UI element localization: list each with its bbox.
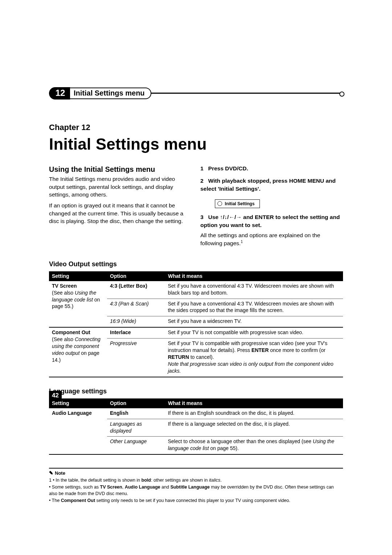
initial-settings-chip-label: Initial Settings xyxy=(225,201,254,206)
page-lang: En xyxy=(49,401,62,407)
meaning-43-panscan: Set if you have a conventional 4:3 TV. W… xyxy=(165,299,343,316)
step-1-num: 1 xyxy=(200,165,204,171)
chapter-prefix: Chapter 12 xyxy=(49,122,343,133)
step-2-text: With playback stopped, press HOME MENU a… xyxy=(200,178,336,192)
step-3: 3 Use ↑/↓/←/→ and ENTER to select the se… xyxy=(200,213,343,229)
meaning-169-wide: Set if you have a widescreen TV. xyxy=(165,316,343,327)
step-3-lead: Use xyxy=(208,214,220,220)
option-progressive: Progressive xyxy=(107,339,165,377)
col-option: Option xyxy=(107,271,165,281)
ring-icon xyxy=(217,201,222,206)
option-interlace: Interlace xyxy=(107,327,165,338)
col-setting: Setting xyxy=(49,271,107,281)
video-output-heading: Video Output settings xyxy=(49,260,343,268)
chapter-header: 12 Initial Settings menu xyxy=(49,87,343,100)
option-other-language: Other Language xyxy=(107,437,165,454)
setting-component-out: Component Out (See also Connecting using… xyxy=(49,327,107,377)
language-settings-table: Setting Option What it means Audio Langu… xyxy=(49,398,343,455)
initial-settings-chip: Initial Settings xyxy=(215,199,260,208)
page-title: Initial Settings menu xyxy=(49,133,343,155)
setting-audio-language: Audio Language xyxy=(49,408,107,454)
section-heading-using: Using the Initial Settings menu xyxy=(49,165,192,174)
note-line-1: 1 • In the table, the default setting is… xyxy=(49,477,343,484)
meaning-languages-as-displayed: If there is a language selected on the d… xyxy=(165,419,343,437)
meaning-interlace: Set if your TV is not compatible with pr… xyxy=(165,327,343,338)
option-languages-as-displayed: Languages as displayed xyxy=(107,419,165,437)
pencil-icon xyxy=(48,470,54,476)
arrow-keys-icon: ↑/↓/←/→ xyxy=(220,214,241,220)
lang-col-meaning: What it means xyxy=(165,398,343,408)
step-2-num: 2 xyxy=(200,178,204,184)
step-1: 1 Press DVD/CD. xyxy=(200,165,343,173)
chapter-label: Initial Settings menu xyxy=(74,88,145,98)
page-number-block: 42 En xyxy=(49,391,62,407)
video-output-table: Setting Option What it means TV Screen (… xyxy=(49,271,343,377)
step-1-text: Press DVD/CD. xyxy=(208,165,248,171)
meaning-other-language: Select to choose a language other than t… xyxy=(165,437,343,454)
intro-columns: Using the Initial Settings menu The Init… xyxy=(49,165,343,250)
meaning-english: If there is an English soundtrack on the… xyxy=(165,408,343,419)
step-3-sup: 1 xyxy=(241,240,243,244)
col-meaning: What it means xyxy=(165,271,343,281)
intro-right: 1 Press DVD/CD. 2 With playback stopped,… xyxy=(200,165,343,250)
chapter-number: 12 xyxy=(49,87,70,100)
intro-para-1: The Initial Settings menu provides audio… xyxy=(49,175,192,199)
lang-col-option: Option xyxy=(107,398,165,408)
option-43-letterbox: 4:3 (Letter Box) xyxy=(107,281,165,299)
intro-left: Using the Initial Settings menu The Init… xyxy=(49,165,192,250)
step-3-follow: All the settings and options are explain… xyxy=(200,231,343,247)
chapter-badge: 12 Initial Settings menu xyxy=(49,87,151,100)
intro-para-2: If an option is grayed out it means that… xyxy=(49,202,192,225)
meaning-43-letterbox: Set if you have a conventional 4:3 TV. W… xyxy=(165,281,343,299)
note-line-2: • Some settings, such as TV Screen, Audi… xyxy=(49,484,343,497)
meaning-progressive: Set if your TV is compatible with progre… xyxy=(165,339,343,377)
note-list: 1 • In the table, the default setting is… xyxy=(49,477,343,504)
setting-tv-screen: TV Screen (See also Using the language c… xyxy=(49,281,107,327)
page-number: 42 xyxy=(49,391,62,401)
option-43-panscan: 4:3 (Pan & Scan) xyxy=(107,299,165,316)
step-3-num: 3 xyxy=(200,214,204,220)
language-settings-heading: Language settings xyxy=(49,387,343,396)
note-label: Note xyxy=(49,470,343,477)
step-3-follow-text: All the settings and options are explain… xyxy=(200,232,320,246)
note-line-3: • The Component Out setting only needs t… xyxy=(49,498,343,504)
option-169-wide: 16:9 (Wide) xyxy=(107,316,165,327)
note-block: Note 1 • In the table, the default setti… xyxy=(49,468,343,504)
step-2: 2 With playback stopped, press HOME MENU… xyxy=(200,177,343,193)
option-english: English xyxy=(107,408,165,419)
chapter-rule-cap-icon xyxy=(339,92,344,97)
